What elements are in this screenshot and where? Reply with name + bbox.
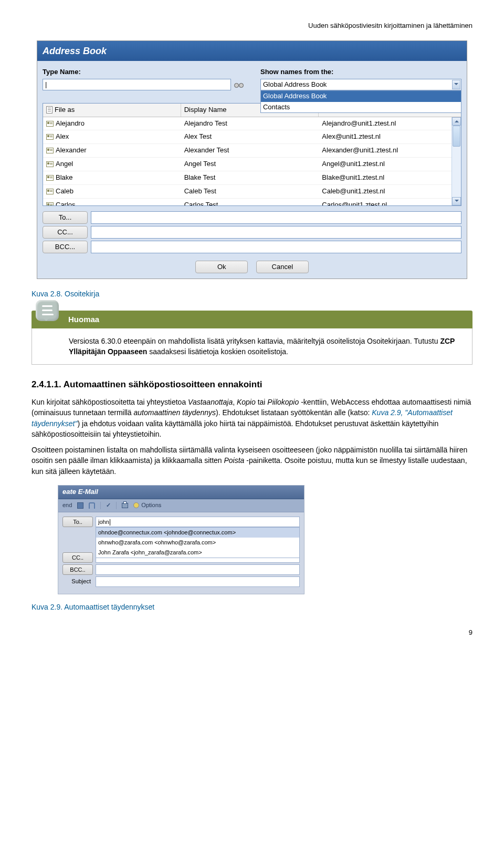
check-icon[interactable]: ✓ <box>106 501 111 510</box>
table-row[interactable]: AlejandroAlejandro TestAlejandro@unit1.z… <box>43 117 461 131</box>
cancel-button[interactable]: Cancel <box>256 261 309 273</box>
section-heading: 2.4.1.1. Automaattinen sähköpostiosoitte… <box>32 378 472 391</box>
scroll-down-icon[interactable] <box>452 197 461 205</box>
speech-bubble-icon <box>36 300 59 321</box>
show-names-label: Show names from the: <box>260 67 461 77</box>
type-name-label: Type Name: <box>43 67 244 77</box>
to-field[interactable] <box>91 211 461 224</box>
contacts-table: File as Display Name AlejandroAlejandro … <box>43 103 461 206</box>
bcc-field[interactable] <box>91 241 461 253</box>
paragraph-1: Kun kirjoitat sähköpostiosoitetta tai yh… <box>32 397 472 439</box>
contact-card-icon <box>46 189 54 194</box>
binoculars-icon[interactable] <box>234 81 244 88</box>
compose-window-title: eate E-Mail <box>58 486 304 499</box>
subject-label: Subject <box>62 578 93 586</box>
contact-card-icon <box>46 121 54 127</box>
toolbar-divider <box>116 502 117 509</box>
scrollbar[interactable] <box>452 117 461 205</box>
scroll-thumb[interactable] <box>453 126 460 147</box>
ok-button[interactable]: Ok <box>195 261 248 273</box>
contact-card-icon <box>46 134 54 140</box>
toolbar-divider <box>100 502 101 509</box>
send-button[interactable]: end <box>62 501 72 510</box>
cc-field[interactable] <box>91 226 461 239</box>
dropdown-item[interactable]: Contacts <box>261 102 461 113</box>
to-button[interactable]: To... <box>43 211 88 224</box>
autocomplete-item[interactable]: John Zarafa <john_zarafa@zarafa.com> <box>96 548 299 558</box>
scroll-up-icon[interactable] <box>452 117 461 126</box>
address-book-window: Address Book Type Name: Show names from … <box>37 40 467 279</box>
cc-button[interactable]: CC... <box>43 226 88 239</box>
table-row[interactable]: CalebCaleb TestCaleb@unit1.ztest.nl <box>43 185 461 199</box>
compose-subject-field[interactable] <box>96 576 300 587</box>
col-file-as-label: File as <box>55 105 75 115</box>
running-header: Uuden sähköpostiviesitn kirjoittaminen j… <box>32 21 472 31</box>
text-cursor-icon <box>110 519 110 525</box>
contact-card-icon <box>46 161 54 167</box>
autocomplete-item[interactable]: ohndoe@connectux.com <johndoe@connectux.… <box>96 528 299 538</box>
contact-card-icon <box>46 148 54 153</box>
compose-to-button[interactable]: To.. <box>62 517 93 527</box>
compose-to-field[interactable]: john ohndoe@connectux.com <johndoe@conne… <box>96 517 300 527</box>
face-icon <box>133 502 139 508</box>
table-row[interactable]: AlexanderAlexander TestAlexander@unit1.z… <box>43 144 461 158</box>
page-number: 9 <box>32 628 472 638</box>
autocomplete-list: ohndoe@connectux.com <johndoe@connectux.… <box>96 527 300 558</box>
address-book-select[interactable]: Global Address Book <box>260 79 461 90</box>
address-book-title: Address Book <box>37 41 467 61</box>
compose-bcc-button[interactable]: BCC.. <box>62 564 93 575</box>
note-title: Huomaa <box>32 311 472 328</box>
print-icon[interactable] <box>122 503 128 508</box>
compose-cc-button[interactable]: CC.. <box>62 552 93 563</box>
type-name-input[interactable] <box>43 79 231 90</box>
autocomplete-item[interactable]: ohnwho@zarafa.com <ohnwho@zarafa.com> <box>96 538 299 548</box>
table-row[interactable]: CarlosCarlos TestCarlos@unit1.ztest.nl <box>43 199 461 205</box>
attach-icon[interactable] <box>89 502 95 509</box>
table-row[interactable]: BlakeBlake TestBlake@unit1.ztest.nl <box>43 171 461 185</box>
compose-toolbar: end ✓ Options <box>58 499 304 512</box>
note-body: Versiosta 6.30.0 eteenpäin on mahdollist… <box>32 328 472 365</box>
table-row[interactable]: AlexAlex TestAlex@unit1.ztest.nl <box>43 130 461 144</box>
chevron-down-icon[interactable] <box>452 80 460 89</box>
bcc-button[interactable]: BCC... <box>43 241 88 253</box>
table-row[interactable]: AngelAngel TestAngel@unit1.ztest.nl <box>43 158 461 171</box>
autocomplete-screenshot: eate E-Mail end ✓ Options To.. john ohnd… <box>58 485 304 594</box>
paragraph-2: Osoitteen poistaminen listalta on mahdol… <box>32 445 472 477</box>
compose-bcc-field[interactable] <box>96 564 300 575</box>
contact-card-icon <box>46 202 54 205</box>
col-file-as[interactable]: File as <box>43 104 181 117</box>
options-button[interactable]: Options <box>133 501 161 510</box>
save-icon[interactable] <box>77 502 83 509</box>
note-box: Huomaa Versiosta 6.30.0 eteenpäin on mah… <box>32 311 472 365</box>
figure-caption-ab: Kuva 2.8. Osoitekirja <box>32 288 472 299</box>
figure-caption-ac: Kuva 2.9. Automaattiset täydennykset <box>32 602 472 612</box>
document-icon <box>46 106 52 114</box>
contact-card-icon <box>46 175 54 181</box>
address-book-dropdown: Global Address Book Contacts <box>260 90 461 114</box>
dropdown-item[interactable]: Global Address Book <box>261 91 461 102</box>
